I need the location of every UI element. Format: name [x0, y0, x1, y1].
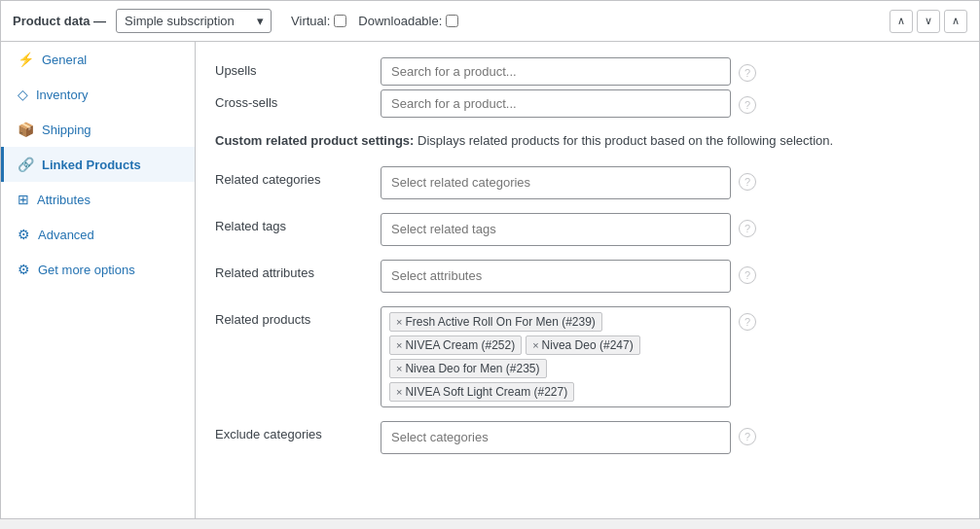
virtual-label[interactable]: Virtual:: [291, 14, 346, 28]
sidebar-item-shipping[interactable]: 📦 Shipping: [1, 112, 195, 147]
exclude-categories-row: Exclude categories ?: [215, 421, 960, 454]
exclude-categories-help-icon[interactable]: ?: [739, 428, 756, 445]
collapse-up-button[interactable]: ∧: [889, 10, 913, 33]
exclude-categories-label: Exclude categories: [215, 421, 371, 441]
tag-remove-icon[interactable]: ×: [396, 386, 402, 398]
product-data-title: Product data —: [13, 14, 106, 28]
tag-remove-icon[interactable]: ×: [396, 339, 402, 351]
advanced-icon: ⚙: [18, 227, 30, 242]
sidebar-item-attributes-label: Attributes: [37, 193, 91, 207]
virtual-downloadable-section: Virtual: Downloadable:: [291, 14, 458, 28]
related-products-tags-input[interactable]: × Fresh Active Roll On For Men (#239)× N…: [381, 306, 731, 407]
exclude-categories-field: ?: [381, 421, 960, 454]
related-tags-field: ?: [381, 213, 960, 246]
related-categories-help-icon[interactable]: ?: [739, 173, 756, 191]
upsells-label: Upsells: [215, 57, 371, 78]
main-content: Upsells ? Cross-sells ? Custom related p…: [196, 42, 979, 518]
product-type-wrapper: Simple subscription ▾: [116, 9, 272, 33]
downloadable-label[interactable]: Downloadable:: [358, 14, 458, 28]
list-item: × NIVEA Cream (#252): [389, 335, 522, 355]
panel-arrows: ∧ ∨ ∧: [889, 10, 967, 33]
custom-settings-note-bold: Custom related product settings:: [215, 133, 414, 148]
tag-remove-icon[interactable]: ×: [396, 316, 402, 328]
list-item: × Nivea Deo for Men (#235): [389, 359, 547, 378]
related-tags-input[interactable]: [381, 213, 731, 246]
related-categories-input[interactable]: [381, 166, 731, 199]
related-categories-field: ?: [381, 166, 960, 199]
attributes-icon: ⊞: [18, 192, 29, 207]
related-categories-row: Related categories ?: [215, 166, 960, 199]
sidebar-item-advanced-label: Advanced: [38, 228, 94, 242]
list-item: × Fresh Active Roll On For Men (#239): [389, 312, 602, 332]
upsells-row: Upsells ?: [215, 57, 960, 86]
sidebar-item-get-more-options-label: Get more options: [38, 263, 135, 277]
tag-label: Fresh Active Roll On For Men (#239): [405, 315, 595, 329]
get-more-icon: ⚙: [18, 262, 30, 277]
collapse-toggle-button[interactable]: ∧: [944, 10, 967, 33]
related-products-field: × Fresh Active Roll On For Men (#239)× N…: [381, 306, 960, 407]
product-data-header: Product data — Simple subscription ▾ Vir…: [1, 1, 979, 42]
tag-remove-icon[interactable]: ×: [532, 339, 538, 351]
crosssells-label: Cross-sells: [215, 89, 371, 110]
related-products-label: Related products: [215, 306, 371, 327]
sidebar-item-inventory-label: Inventory: [36, 88, 88, 102]
related-attributes-label: Related attributes: [215, 260, 371, 280]
related-products-row: Related products × Fresh Active Roll On …: [215, 306, 960, 407]
tag-label: Nivea Deo (#247): [542, 338, 634, 352]
sidebar-item-attributes[interactable]: ⊞ Attributes: [1, 182, 195, 217]
related-tags-label: Related tags: [215, 213, 371, 233]
upsells-help-icon[interactable]: ?: [739, 64, 756, 82]
sidebar-item-shipping-label: Shipping: [42, 123, 91, 137]
exclude-categories-input[interactable]: [381, 421, 731, 454]
lightning-icon: ⚡: [18, 52, 34, 67]
sidebar-item-advanced[interactable]: ⚙ Advanced: [1, 217, 195, 252]
sidebar-item-linked-products-label: Linked Products: [42, 158, 141, 172]
inventory-icon: ◇: [18, 87, 28, 102]
crosssells-row: Cross-sells ?: [215, 89, 960, 118]
sidebar-item-inventory[interactable]: ◇ Inventory: [1, 77, 195, 112]
tag-label: Nivea Deo for Men (#235): [405, 362, 539, 375]
related-categories-label: Related categories: [215, 166, 371, 187]
related-tags-row: Related tags ?: [215, 213, 960, 246]
crosssells-field: ?: [381, 89, 960, 118]
upsells-input[interactable]: [381, 57, 731, 86]
product-type-select[interactable]: Simple subscription: [116, 9, 272, 33]
shipping-icon: 📦: [18, 122, 34, 137]
product-data-body: ⚡ General ◇ Inventory 📦 Shipping 🔗 Linke…: [1, 42, 979, 518]
upsells-field: ?: [381, 57, 960, 86]
product-data-panel: Product data — Simple subscription ▾ Vir…: [0, 0, 980, 519]
tag-remove-icon[interactable]: ×: [396, 363, 402, 374]
list-item: × Nivea Deo (#247): [526, 335, 640, 355]
sidebar-item-general-label: General: [42, 53, 87, 67]
related-attributes-row: Related attributes ?: [215, 260, 960, 293]
custom-settings-description: Displays related products for this produ…: [414, 133, 833, 148]
sidebar-item-linked-products[interactable]: 🔗 Linked Products: [1, 147, 195, 182]
sidebar-item-get-more-options[interactable]: ⚙ Get more options: [1, 252, 195, 287]
related-attributes-help-icon[interactable]: ?: [739, 266, 756, 284]
collapse-down-button[interactable]: ∨: [917, 10, 940, 33]
related-attributes-field: ?: [381, 260, 960, 293]
tag-label: NIVEA Soft Light Cream (#227): [405, 385, 567, 399]
downloadable-checkbox[interactable]: [446, 15, 458, 27]
tag-label: NIVEA Cream (#252): [405, 338, 515, 352]
related-attributes-input[interactable]: [381, 260, 731, 293]
list-item: × NIVEA Soft Light Cream (#227): [389, 382, 574, 402]
crosssells-help-icon[interactable]: ?: [739, 96, 756, 114]
linked-products-icon: 🔗: [18, 157, 34, 172]
related-tags-help-icon[interactable]: ?: [739, 220, 756, 237]
custom-settings-note: Custom related product settings: Display…: [215, 131, 960, 151]
virtual-checkbox[interactable]: [334, 15, 346, 27]
crosssells-input[interactable]: [381, 89, 731, 118]
sidebar: ⚡ General ◇ Inventory 📦 Shipping 🔗 Linke…: [1, 42, 196, 518]
sidebar-item-general[interactable]: ⚡ General: [1, 42, 195, 77]
related-products-help-icon[interactable]: ?: [739, 313, 756, 331]
